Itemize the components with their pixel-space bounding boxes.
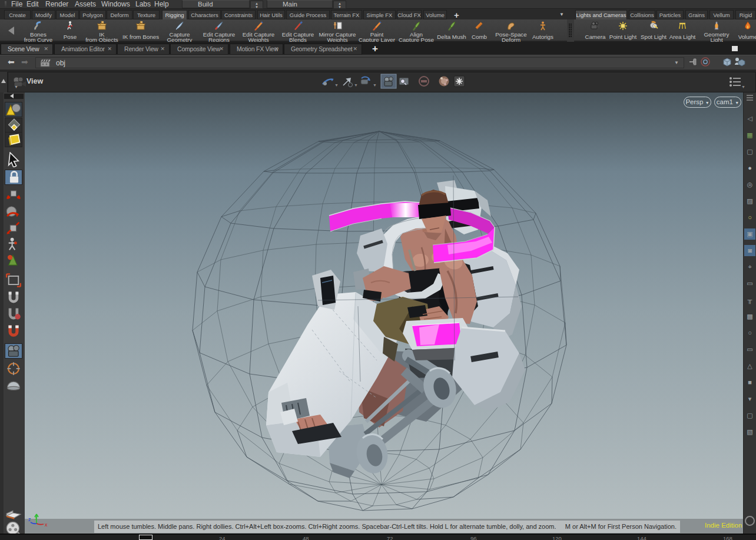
svg-text:x: x: [45, 522, 48, 528]
svg-text:▼: ▼: [373, 83, 377, 87]
svg-text:▼: ▼: [354, 83, 358, 87]
svg-text:z: z: [28, 516, 31, 522]
svg-text:y: y: [35, 514, 38, 520]
svg-text:▼: ▼: [334, 83, 339, 87]
svg-text:▼: ▼: [741, 85, 745, 89]
